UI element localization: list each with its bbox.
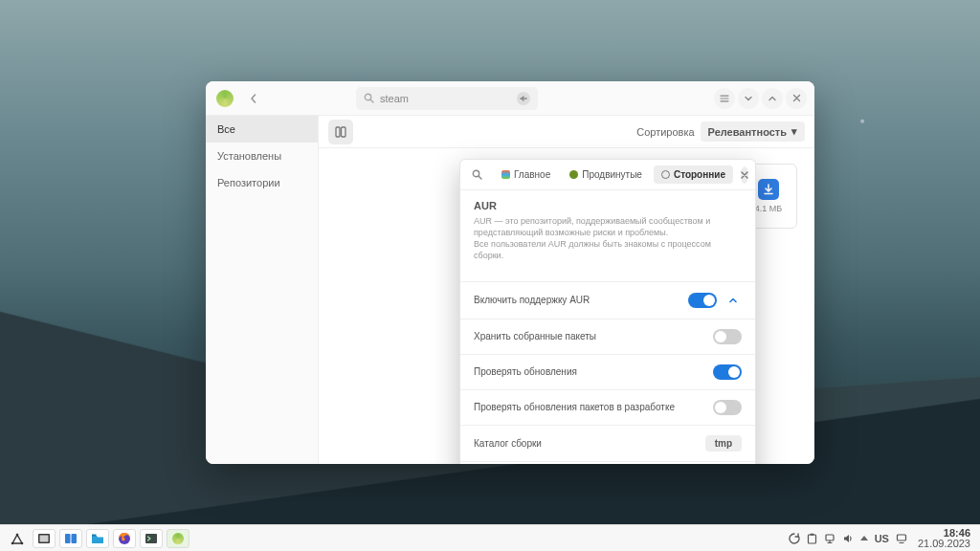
tray-network-icon[interactable] (824, 533, 835, 544)
taskbar-app-files[interactable] (86, 529, 109, 548)
menu-button[interactable] (714, 88, 735, 109)
tray-clipboard-icon[interactable] (807, 533, 817, 544)
build-dir-button[interactable]: tmp (705, 435, 742, 452)
tab-main-label: Главное (514, 169, 550, 180)
maximize-button[interactable] (762, 88, 783, 109)
settings-rows: Включить поддержку AUR Хранить собранные… (460, 281, 755, 461)
tab-thirdparty-label: Сторонние (674, 169, 725, 180)
clock-date: 21.09.2023 (918, 539, 970, 549)
svg-point-7 (21, 541, 24, 544)
search-value: steam (380, 93, 409, 104)
row-label: Проверять обновления (474, 366, 577, 377)
search-icon (364, 93, 374, 103)
svg-line-1 (370, 99, 373, 102)
tray-updates-icon[interactable] (789, 533, 800, 544)
taskbar: US 18:46 21.09.2023 (0, 524, 980, 551)
toggle-check-updates[interactable] (713, 364, 742, 380)
modal-description: AUR AUR — это репозиторий, поддерживаемы… (460, 190, 755, 274)
taskbar-app-pamac[interactable] (167, 529, 189, 548)
clock-time: 18:46 (918, 528, 970, 539)
tab-main[interactable]: Главное (494, 165, 558, 184)
tab-advanced[interactable]: Продвинутые (562, 165, 650, 184)
modal-close-button[interactable] (741, 166, 748, 184)
toggle-keep-built[interactable] (713, 329, 742, 344)
tray-volume-icon[interactable] (842, 533, 854, 544)
svg-rect-11 (65, 534, 71, 543)
row-enable-aur: Включить поддержку AUR (460, 281, 755, 319)
tray-lang[interactable]: US (875, 533, 889, 544)
svg-rect-17 (810, 533, 813, 535)
section-desc1: AUR — это репозиторий, поддерживаемый со… (474, 215, 742, 238)
row-label: Хранить собранные пакеты (474, 331, 596, 342)
modal-header: Главное Продвинутые Сторонние (460, 160, 755, 190)
app-logo (213, 87, 236, 110)
expand-aur-icon[interactable] (724, 292, 742, 309)
modal-search-icon[interactable] (468, 169, 486, 180)
taskbar-app-terminal[interactable] (140, 529, 163, 548)
tray-expand-icon[interactable] (860, 536, 868, 540)
svg-rect-13 (92, 534, 97, 536)
svg-rect-10 (40, 535, 49, 541)
toggle-enable-aur[interactable] (688, 293, 717, 308)
row-check-updates: Проверять обновления (460, 354, 755, 389)
sidebar-item-repos[interactable]: Репозитории (206, 169, 318, 196)
row-label: Каталог сборки (474, 438, 542, 449)
svg-rect-15 (145, 534, 157, 543)
tray-display-icon[interactable] (896, 533, 907, 544)
sidebar-item-installed[interactable]: Установлены (206, 143, 318, 169)
row-label: Включить поддержку AUR (474, 295, 590, 305)
minimize-button[interactable] (738, 88, 759, 109)
back-button[interactable] (242, 87, 265, 110)
row-check-devel: Проверять обновления пакетов в разработк… (460, 389, 755, 425)
tab-advanced-label: Продвинутые (582, 169, 642, 180)
svg-rect-12 (72, 534, 78, 543)
pamac-window: steam Все Установлены Репозитории (206, 81, 814, 464)
row-build-dir: Каталог сборки tmp (460, 425, 755, 461)
svg-point-8 (16, 533, 19, 536)
svg-rect-16 (808, 535, 815, 543)
taskbar-clock[interactable]: 18:46 21.09.2023 (914, 528, 974, 549)
search-input[interactable]: steam (356, 87, 538, 110)
taskbar-app-firefox[interactable] (113, 529, 136, 548)
toggle-check-devel[interactable] (713, 400, 742, 415)
svg-rect-18 (826, 535, 834, 540)
preferences-modal: Главное Продвинутые Сторонние AUR AUR — … (459, 159, 756, 464)
section-desc2: Все пользователи AUR должны быть знакомы… (474, 238, 742, 261)
row-keep-built: Хранить собранные пакеты (460, 319, 755, 354)
system-tray: US 18:46 21.09.2023 (789, 528, 974, 549)
sidebar: Все Установлены Репозитории (206, 116, 319, 464)
clear-search-icon[interactable] (517, 92, 530, 105)
titlebar: steam (206, 81, 814, 116)
taskbar-app-taskview[interactable] (33, 529, 56, 548)
start-menu-button[interactable] (6, 529, 29, 548)
section-title: AUR (474, 200, 742, 211)
svg-line-5 (479, 176, 481, 179)
tab-thirdparty[interactable]: Сторонние (654, 165, 733, 184)
sidebar-item-all[interactable]: Все (206, 116, 318, 143)
svg-point-6 (11, 541, 14, 544)
taskbar-app-workspace[interactable] (59, 529, 82, 548)
svg-rect-19 (897, 535, 905, 540)
content-area: Сортировка Релевантность ▾ 4.1 МБ (319, 116, 814, 464)
close-button[interactable] (786, 88, 807, 109)
modal-footer: К удалению: 0 файлов (0 байт) Очистить (460, 461, 755, 464)
row-label: Проверять обновления пакетов в разработк… (474, 402, 675, 412)
